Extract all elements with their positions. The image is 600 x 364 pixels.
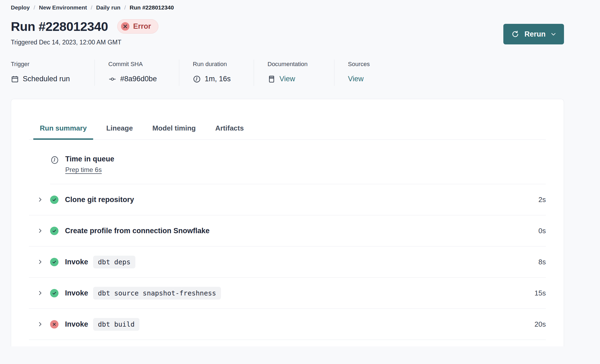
step-label: Invoke xyxy=(65,289,88,297)
tab-run-summary[interactable]: Run summary xyxy=(33,124,93,140)
time-in-queue-title: Time in queue xyxy=(65,155,114,163)
run-step-source-freshness[interactable]: Invoke dbt source snapshot-freshness 15s xyxy=(29,278,546,309)
step-duration: 8s xyxy=(539,258,546,266)
triggered-timestamp: Triggered Dec 14, 2023, 12:00 AM GMT xyxy=(11,39,158,46)
chevron-right-icon[interactable] xyxy=(37,290,43,296)
run-step-dbt-build[interactable]: Invoke dbt build 20s xyxy=(29,309,546,340)
success-icon xyxy=(50,227,58,235)
run-metadata: Trigger Scheduled run Commit SHA xyxy=(11,60,564,86)
chevron-right-icon[interactable] xyxy=(37,259,43,265)
tab-artifacts[interactable]: Artifacts xyxy=(209,124,250,140)
chevron-right-icon[interactable] xyxy=(37,228,43,234)
run-detail-page: Deploy / New Environment / Daily run / R… xyxy=(0,0,600,346)
meta-trigger: Trigger Scheduled run xyxy=(11,60,94,86)
sources-view-link[interactable]: View xyxy=(348,75,364,83)
meta-label: Sources xyxy=(348,61,370,68)
breadcrumb-job[interactable]: Daily run xyxy=(96,4,120,11)
breadcrumb: Deploy / New Environment / Daily run / R… xyxy=(11,4,600,11)
page-title: Run #228012340 xyxy=(11,19,108,34)
status-badge: Error xyxy=(117,19,158,34)
chevron-right-icon[interactable] xyxy=(37,321,43,327)
meta-label: Documentation xyxy=(268,61,334,68)
rerun-button[interactable]: Rerun xyxy=(503,24,564,44)
command-chip: dbt build xyxy=(93,318,139,331)
time-in-queue-section: Time in queue Prep time 6s xyxy=(50,155,546,184)
breadcrumb-environment[interactable]: New Environment xyxy=(39,4,87,11)
command-chip: dbt deps xyxy=(93,256,135,268)
success-icon xyxy=(50,196,58,204)
meta-label: Trigger xyxy=(11,61,94,68)
trigger-value: Scheduled run xyxy=(23,75,70,83)
run-summary-card: Run summary Lineage Model timing Artifac… xyxy=(11,99,564,346)
step-label: Clone git repository xyxy=(65,196,134,204)
step-label: Invoke xyxy=(65,320,88,329)
step-duration: 2s xyxy=(539,196,546,204)
tab-lineage[interactable]: Lineage xyxy=(100,124,139,140)
success-icon xyxy=(50,258,58,266)
status-badge-label: Error xyxy=(133,22,151,31)
chevron-down-icon xyxy=(550,31,556,37)
success-icon xyxy=(50,289,58,297)
refresh-icon xyxy=(511,30,520,38)
commit-icon xyxy=(108,75,116,83)
meta-sources: Sources View xyxy=(334,60,370,86)
document-icon xyxy=(268,75,276,83)
error-icon xyxy=(50,320,58,329)
prep-time-link[interactable]: Prep time 6s xyxy=(65,166,102,174)
breadcrumb-deploy[interactable]: Deploy xyxy=(11,4,30,11)
chevron-right-icon[interactable] xyxy=(37,197,43,203)
tab-bar: Run summary Lineage Model timing Artifac… xyxy=(29,124,546,140)
step-duration: 20s xyxy=(534,320,546,329)
meta-run-duration: Run duration 1m, 16s xyxy=(179,60,254,86)
rerun-button-label: Rerun xyxy=(524,30,546,38)
meta-label: Commit SHA xyxy=(108,61,179,68)
commit-sha-value: #8a96d0be xyxy=(120,75,157,83)
step-label: Invoke xyxy=(65,258,88,266)
run-step-create-profile[interactable]: Create profile from connection Snowflake… xyxy=(29,215,546,246)
run-duration-value: 1m, 16s xyxy=(205,75,231,83)
command-chip: dbt source snapshot-freshness xyxy=(93,287,221,300)
step-label: Create profile from connection Snowflake xyxy=(65,227,210,235)
documentation-view-link[interactable]: View xyxy=(279,75,295,83)
clock-icon xyxy=(193,75,201,83)
calendar-icon xyxy=(11,75,19,83)
step-duration: 15s xyxy=(534,289,546,297)
run-step-dbt-deps[interactable]: Invoke dbt deps 8s xyxy=(29,246,546,278)
meta-label: Run duration xyxy=(193,61,254,68)
breadcrumb-separator: / xyxy=(91,4,92,11)
breadcrumb-current-run: Run #228012340 xyxy=(130,4,174,11)
meta-documentation: Documentation View xyxy=(254,60,334,86)
run-step-clone-git[interactable]: Clone git repository 2s xyxy=(29,184,546,215)
clock-icon xyxy=(50,155,59,174)
step-duration: 0s xyxy=(539,227,546,235)
tab-model-timing[interactable]: Model timing xyxy=(146,124,202,140)
run-header: Run #228012340 Error Triggered Dec 14, 2… xyxy=(11,19,564,46)
error-icon xyxy=(121,22,129,31)
breadcrumb-separator: / xyxy=(34,4,35,11)
meta-commit-sha: Commit SHA #8a96d0be xyxy=(94,60,179,86)
breadcrumb-separator: / xyxy=(124,4,126,11)
